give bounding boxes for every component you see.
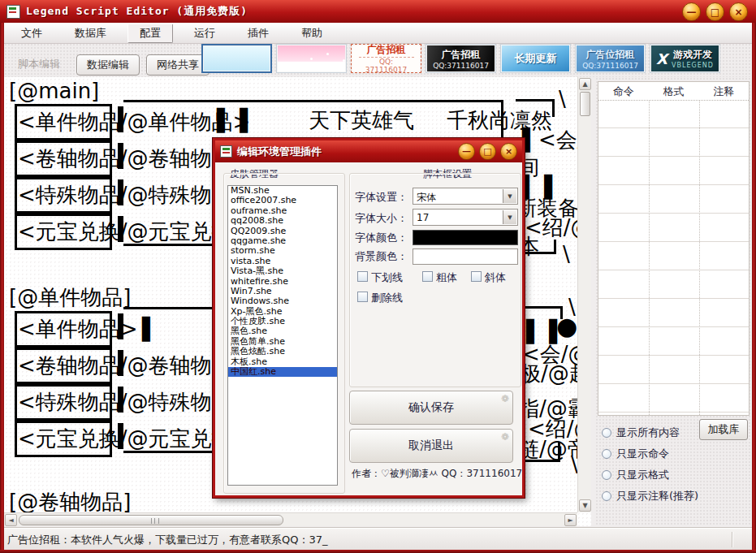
script-section-label: [@main]: [9, 79, 99, 103]
font-color-swatch[interactable]: [413, 230, 518, 245]
skin-list-item[interactable]: 黑色炫酷.she: [228, 347, 337, 356]
script-line: <单件物品/@单件物品>: [18, 104, 250, 140]
status-text: 广告位招租：本软件人气火爆，下载量已过万，有意者联系QQ：37_: [7, 533, 328, 547]
skin-listbox[interactable]: MSN.she office2007.she ouframe.she qq200…: [227, 185, 338, 486]
horizontal-scroll-thumb[interactable]: [19, 515, 283, 525]
menu-help[interactable]: 帮助: [290, 24, 334, 42]
author-credit: 作者：♡被判溮凄ㅆ QQ：371116017: [352, 467, 522, 481]
banner-ad-rent-blue[interactable]: 广告位招租 QQ:371116017: [575, 44, 646, 73]
app-window: Legend Script Editor (通用免费版) — □ × 文件 数据…: [0, 0, 756, 553]
underline-label: 下划线: [371, 270, 403, 285]
font-family-select[interactable]: 宋体 ▼: [413, 188, 518, 205]
column-header-format[interactable]: 格式: [649, 82, 699, 100]
banner-pink-ad[interactable]: [276, 44, 347, 73]
confirm-save-button[interactable]: 确认保存❁: [349, 391, 513, 425]
font-size-select[interactable]: 17 ▼: [413, 209, 518, 226]
bold-checkbox[interactable]: [422, 271, 433, 282]
script-fragment: ▌ ▌: [217, 108, 256, 132]
skin-list-item[interactable]: qq2008.she: [228, 216, 337, 226]
menu-run[interactable]: 运行: [183, 24, 227, 42]
script-fragment: \: [563, 242, 570, 266]
scroll-down-icon[interactable]: ▼: [579, 499, 591, 512]
cancel-exit-button[interactable]: 取消退出❁: [349, 429, 513, 463]
radio-icon: [602, 491, 611, 501]
dialog-close-button[interactable]: ×: [500, 143, 517, 160]
window-frame-left: [0, 23, 4, 553]
script-fragment: ▌: [142, 317, 158, 341]
window-title: Legend Script Editor (通用免费版): [26, 4, 248, 19]
editor-horizontal-scrollbar[interactable]: ◄ ►: [4, 512, 577, 526]
radio-icon: [602, 470, 611, 480]
radio-icon: [602, 449, 611, 459]
tab-data-edit[interactable]: 数据编辑: [76, 54, 140, 76]
font-family-label: 字体设置：: [355, 190, 408, 205]
dialog-minimize-button[interactable]: —: [458, 143, 475, 160]
font-size-label: 字体大小：: [355, 211, 408, 226]
load-library-button[interactable]: 加载库: [699, 419, 748, 440]
tool-band: 脚本编辑 数据编辑 网络共享 广告招租 QQ: 371116017 广告招租 Q…: [4, 43, 752, 77]
radio-show-format-only[interactable]: 只显示格式: [602, 464, 698, 486]
command-list-body: [598, 100, 749, 415]
skin-list-item[interactable]: 黑色.she: [228, 326, 337, 336]
strikethrough-checkbox[interactable]: [357, 292, 368, 302]
chevron-down-icon[interactable]: ▼: [503, 210, 516, 224]
skin-list-item[interactable]: office2007.she: [228, 196, 337, 205]
script-fragment: \: [559, 87, 566, 111]
radio-icon: [602, 428, 611, 438]
crossed-swords-icon: X: [656, 50, 667, 67]
menu-file[interactable]: 文件: [10, 24, 54, 42]
skin-list-item[interactable]: Windows.she: [228, 296, 337, 306]
status-bar: 广告位招租：本软件人气火爆，下载量已过万，有意者联系QQ：37_: [0, 528, 756, 551]
bg-color-label: 背景颜色：: [355, 249, 408, 264]
menu-plugin[interactable]: 插件: [236, 24, 280, 42]
banner-game-dev[interactable]: X 游戏开发 VBLEGEND: [650, 44, 720, 73]
skin-list-item-selected[interactable]: 中国红.she: [228, 367, 337, 377]
column-header-command[interactable]: 命令: [598, 82, 649, 100]
tab-script-edit[interactable]: 脚本编辑: [8, 54, 70, 76]
maximize-button[interactable]: □: [706, 2, 724, 21]
radio-show-comments-only[interactable]: 只显示注释(推荐): [602, 486, 698, 507]
column-header-comment[interactable]: 注释: [698, 82, 749, 100]
radio-show-commands-only[interactable]: 只显示命令: [602, 443, 698, 464]
dialog-maximize-button[interactable]: □: [479, 143, 496, 160]
skin-list-item[interactable]: Vista-黑.she: [228, 266, 337, 276]
banner-blank[interactable]: [201, 44, 272, 73]
script-line: <单件物品>: [18, 311, 138, 348]
banner-ad-rent-white[interactable]: 广告招租 QQ: 371116017: [351, 44, 421, 73]
script-box-fragment: [516, 99, 555, 117]
script-section-label: [@单件物品]: [9, 285, 131, 309]
scroll-up-icon[interactable]: ▲: [579, 78, 591, 90]
italic-checkbox[interactable]: [471, 271, 482, 282]
menu-bar: 文件 数据库 配置 运行 插件 帮助: [0, 23, 756, 44]
title-bar: Legend Script Editor (通用免费版) — □ ×: [0, 0, 756, 23]
scroll-left-icon[interactable]: ◄: [5, 514, 17, 526]
command-panel: 命令 格式 注释 显示所有内容 只显示命令 只显示格式: [595, 77, 752, 526]
font-color-label: 字体颜色：: [355, 231, 408, 245]
minimize-button[interactable]: —: [682, 2, 701, 21]
bold-label: 粗体: [436, 270, 457, 285]
menu-database[interactable]: 数据库: [63, 24, 118, 42]
plugin-dialog: 编辑环境管理插件 — □ × 皮肤管理器 MSN.she office2007.…: [213, 138, 525, 498]
tab-network-share[interactable]: 网络共享: [146, 54, 210, 76]
vertical-scroll-thumb[interactable]: [580, 92, 590, 116]
script-fragment: ●: [556, 314, 577, 339]
scroll-right-icon[interactable]: ►: [564, 514, 577, 526]
radio-show-all[interactable]: 显示所有内容: [602, 422, 698, 443]
skin-list-item[interactable]: storm.she: [228, 246, 337, 256]
bg-color-field[interactable]: [413, 248, 518, 265]
banner-long-term-update[interactable]: 长期更新: [500, 44, 571, 73]
app-icon: [6, 5, 20, 19]
chevron-down-icon[interactable]: ▼: [503, 189, 516, 203]
editor-vertical-scrollbar[interactable]: ▲ ▼: [577, 77, 591, 512]
banner-ad-rent-dark[interactable]: 广告招租 QQ:371116017: [426, 44, 496, 73]
italic-label: 斜体: [485, 270, 506, 285]
underline-checkbox[interactable]: [357, 271, 368, 282]
command-list[interactable]: 命令 格式 注释: [598, 81, 750, 416]
strikethrough-label: 删除线: [371, 291, 403, 305]
script-section-label: [@卷轴物品]: [9, 490, 131, 514]
window-frame-bottom: [0, 550, 756, 553]
dialog-title-bar[interactable]: 编辑环境管理插件 — □ ×: [215, 140, 522, 162]
menu-config[interactable]: 配置: [127, 24, 173, 43]
dialog-title: 编辑环境管理插件: [237, 145, 322, 159]
close-button[interactable]: ×: [729, 2, 748, 21]
